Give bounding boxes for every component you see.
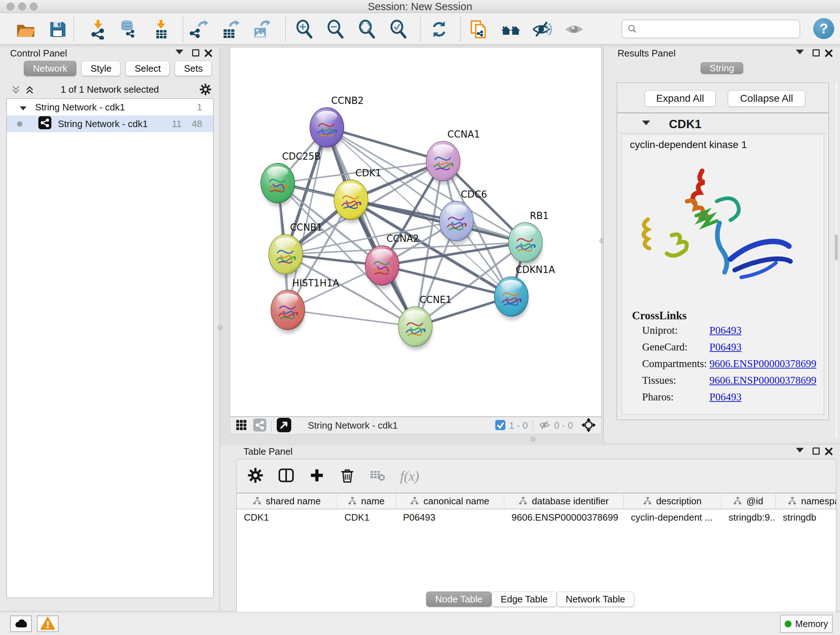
collapse-all-button[interactable]: Collapse All <box>728 90 805 107</box>
crosslink-link[interactable]: P06493 <box>709 391 742 402</box>
results-scrollbar-thumb[interactable] <box>835 234 838 260</box>
column-header-description[interactable]: description <box>624 494 722 509</box>
table-cell[interactable]: 9606.ENSP00000378699 <box>504 512 624 523</box>
import-table-file-icon[interactable] <box>149 17 173 41</box>
network-edge[interactable] <box>288 310 415 326</box>
open-in-window-icon[interactable] <box>277 418 291 434</box>
table-cell[interactable]: stringdb <box>775 512 836 523</box>
import-network-database-icon[interactable] <box>117 17 141 41</box>
network-type-icon-gray[interactable] <box>253 418 266 433</box>
show-columns-icon[interactable] <box>278 467 294 485</box>
function-builder-icon[interactable]: f(x) <box>400 468 419 484</box>
network-node[interactable]: HIST1H1A <box>271 278 339 333</box>
expand-all-button[interactable]: Expand All <box>645 90 715 107</box>
refresh-icon[interactable] <box>427 17 451 41</box>
tree-expand-icon[interactable] <box>20 102 27 113</box>
birdseye-toggle-icon[interactable] <box>235 419 248 432</box>
tab-sets[interactable]: Sets <box>175 61 212 76</box>
table-settings-gear-icon[interactable] <box>248 467 264 485</box>
table-cell[interactable]: stringdb:9... <box>722 512 775 523</box>
move-tool-icon[interactable] <box>581 417 596 434</box>
table-cell[interactable]: P06493 <box>396 512 504 523</box>
table-cell[interactable]: CDK1 <box>237 512 337 523</box>
network-collection-row[interactable]: String Network - cdk1 1 <box>7 99 213 116</box>
cloud-status-button[interactable] <box>10 616 32 632</box>
gene-symbol: CDK1 <box>669 117 701 131</box>
panel-menu-icon[interactable] <box>796 448 804 454</box>
tab-node-table[interactable]: Node Table <box>426 592 492 607</box>
gear-icon[interactable] <box>199 83 212 97</box>
results-scrollbar[interactable] <box>834 82 838 440</box>
network-node[interactable]: CDKN1A <box>494 264 555 320</box>
tab-style[interactable]: Style <box>81 61 120 76</box>
tab-string[interactable]: String <box>701 62 744 74</box>
tab-edge-table[interactable]: Edge Table <box>492 592 557 607</box>
zoom-out-icon[interactable] <box>324 17 347 41</box>
panel-menu-icon[interactable] <box>796 49 804 56</box>
column-header-namespace[interactable]: namespace <box>775 494 836 509</box>
clone-network-icon[interactable] <box>467 17 491 41</box>
hidden-eye-icon[interactable] <box>538 419 551 432</box>
zoom-fit-icon[interactable] <box>355 17 379 41</box>
crosslink-label: GeneCard: <box>642 341 709 353</box>
panel-float-icon[interactable] <box>192 49 199 58</box>
delete-table-icon[interactable] <box>370 467 386 485</box>
add-column-icon[interactable] <box>309 467 325 485</box>
show-eye-icon[interactable] <box>562 17 586 41</box>
net-toolbar-separator <box>271 420 272 432</box>
home-sites-icon[interactable] <box>499 17 523 41</box>
export-image-icon[interactable] <box>250 17 274 41</box>
horizontal-splitter-handle[interactable] <box>531 437 535 442</box>
network-row-selected[interactable]: String Network - cdk1 11 48 <box>7 116 213 132</box>
network-node[interactable]: CCNA1 <box>426 129 480 185</box>
column-header-name[interactable]: name <box>337 494 396 509</box>
open-session-icon[interactable] <box>14 17 38 41</box>
panel-close-icon[interactable] <box>825 49 833 59</box>
crosslink-link[interactable]: 9606.ENSP00000378699 <box>709 374 816 386</box>
search-input[interactable] <box>638 24 789 35</box>
column-header-shared-name[interactable]: shared name <box>237 494 337 509</box>
export-network-icon[interactable] <box>188 17 212 41</box>
network-edge[interactable] <box>327 127 415 326</box>
save-session-icon[interactable] <box>46 17 69 41</box>
table-row[interactable]: CDK1CDK1P064939606.ENSP00000378699cyclin… <box>237 509 836 525</box>
panel-float-icon[interactable] <box>813 448 820 456</box>
protein-structure-image <box>633 158 813 302</box>
control-panel-tabs: NetworkStyleSelectSets <box>24 61 212 76</box>
network-node[interactable]: RB1 <box>508 211 549 266</box>
column-header-database-identifier[interactable]: database identifier <box>504 494 624 509</box>
collapse-gene-icon[interactable] <box>642 120 650 127</box>
warning-status-button[interactable] <box>37 616 58 632</box>
panel-close-icon[interactable] <box>204 49 212 59</box>
crosslink-link[interactable]: P06493 <box>709 341 742 353</box>
vertical-splitter-handle[interactable] <box>218 325 223 330</box>
crosslink-link[interactable]: P06493 <box>709 325 742 336</box>
panel-menu-icon[interactable] <box>175 49 183 56</box>
crosslink-link[interactable]: 9606.ENSP00000378699 <box>709 358 816 369</box>
tab-network[interactable]: Network <box>24 61 76 76</box>
tab-network-table[interactable]: Network Table <box>557 592 634 607</box>
zoom-selected-icon[interactable] <box>386 17 410 41</box>
table-cell[interactable]: cyclin-dependent ... <box>624 512 722 523</box>
panel-float-icon[interactable] <box>813 49 820 58</box>
selection-status: 1 of 1 Network selected <box>0 84 219 95</box>
help-button[interactable]: ? <box>813 18 834 39</box>
selected-checkbox-icon[interactable] <box>495 420 505 432</box>
zoom-in-icon[interactable] <box>292 17 316 41</box>
network-edge[interactable] <box>327 127 443 161</box>
column-header-canonical-name[interactable]: canonical name <box>396 494 504 509</box>
memory-button[interactable]: Memory <box>780 615 833 633</box>
network-canvas[interactable]: CCNB2CCNA1CDC25BCDK1CDC6RB1CCNB1CCNA2CDK… <box>230 47 602 417</box>
tab-select[interactable]: Select <box>126 61 170 76</box>
panel-close-icon[interactable] <box>825 448 833 457</box>
network-node[interactable]: CCNE1 <box>398 295 452 350</box>
export-table-icon[interactable] <box>219 17 243 41</box>
network-node[interactable]: CCNB2 <box>310 95 364 151</box>
gene-header-row[interactable]: CDK1 <box>618 114 827 133</box>
hide-eye-icon[interactable] <box>530 17 554 41</box>
column-header--id[interactable]: @id <box>722 494 775 509</box>
table-cell[interactable]: CDK1 <box>337 512 396 523</box>
delete-column-icon[interactable] <box>339 467 355 485</box>
search-field[interactable] <box>622 19 800 38</box>
import-network-file-icon[interactable] <box>86 17 110 41</box>
